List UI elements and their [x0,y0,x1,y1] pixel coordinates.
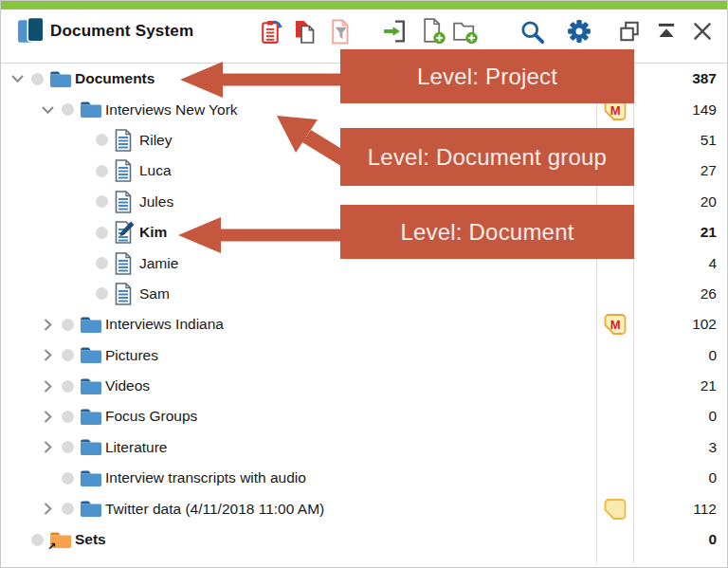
memo-dot-icon[interactable] [62,349,74,361]
doc-icon [114,191,137,213]
chevron-down-icon[interactable] [10,73,31,84]
folder-icon [80,408,103,426]
svg-text:M: M [610,102,621,117]
tree-row[interactable]: Pictures0 [1,340,727,371]
chevron-down-icon[interactable] [41,104,62,116]
doc-icon [114,283,137,305]
memo-dot-icon[interactable] [62,411,74,423]
memo-dot-icon[interactable] [62,319,74,331]
copy-documents-icon[interactable] [292,17,318,46]
coded-segments-count: 3 [650,439,717,456]
folder-icon [80,316,103,334]
memo-dot-icon[interactable] [96,195,108,208]
memo-dot-icon[interactable] [96,227,108,239]
search-icon[interactable] [519,17,545,46]
row-label: Focus Groups [103,408,197,425]
tree-row[interactable]: Sam26 [1,279,727,309]
tree-row[interactable]: Interview transcripts with audio0 [1,463,727,493]
folder-icon [80,469,103,487]
coded-segments-count: 21 [650,377,717,394]
coded-segments-count: 20 [650,193,717,211]
new-document-group-icon[interactable] [452,17,479,46]
row-label: Documents [73,70,155,87]
row-label: Sets [73,531,106,548]
import-documents-icon[interactable] [381,17,408,46]
close-icon[interactable] [689,17,716,46]
folder-icon [80,101,103,119]
shortcut-arrow-icon: ↗ [47,541,56,552]
folder-icon [80,500,103,518]
coded-segments-count: 112 [650,501,717,518]
row-label: Twitter data (4/11/2018 11:00 AM) [103,501,324,518]
folder-icon [49,70,73,88]
memo-dot-icon[interactable] [62,103,74,116]
memo-dot-icon[interactable] [96,165,108,177]
settings-gear-icon[interactable] [566,17,592,46]
memo-dot-icon[interactable] [31,534,44,546]
coded-segments-count: 21 [650,224,717,241]
row-label: Kim [137,224,167,241]
row-label: Literature [103,439,167,456]
callout-level-project: Level: Project [340,49,634,103]
callout-level-document: Level: Document [340,205,634,259]
coded-segments-count: 4 [650,255,717,272]
coded-segments-count: 387 [650,70,717,87]
folder-icon [80,346,103,364]
coded-segments-count: 51 [650,132,717,149]
coded-segments-count: 149 [650,101,717,119]
folder-icon [80,438,103,456]
new-document-icon[interactable] [420,17,446,46]
memo-dot-icon[interactable] [62,472,74,485]
memo-badge-icon[interactable] [604,499,627,520]
folder-icon [80,377,103,395]
tree-row[interactable]: Focus Groups0 [1,401,727,431]
document-system-panel: Document System [0,0,728,568]
coded-segments-count: 27 [650,162,717,179]
chevron-right-icon[interactable] [41,318,62,332]
tree-row[interactable]: Interviews IndianaM102 [1,309,727,339]
coded-segments-count: 0 [650,469,717,486]
row-label: Interviews Indiana [103,316,224,333]
panel-title: Document System [50,22,193,41]
undock-icon[interactable] [616,17,643,46]
memo-badge-m-icon[interactable]: M [604,314,627,335]
memo-dot-icon[interactable] [62,441,74,453]
filter-documents-icon[interactable] [327,17,354,46]
paste-clipboard-icon[interactable] [257,17,283,46]
memo-dot-icon[interactable] [96,257,108,269]
chevron-right-icon[interactable] [41,348,62,362]
document-system-icon [17,16,46,48]
callout-label: Level: Document [400,219,573,246]
memo-dot-icon[interactable] [62,380,74,393]
memo-dot-icon[interactable] [62,503,74,515]
active-panel-green-strip [1,1,727,9]
tree-row[interactable]: Videos21 [1,371,727,401]
coded-segments-count: 0 [650,347,717,364]
row-label: Luca [137,162,172,179]
doc-icon [114,252,137,275]
tree-row[interactable]: ↗Sets0 [1,524,727,555]
callout-label: Level: Document group [368,144,607,171]
doc-icon [114,129,137,152]
collapse-icon[interactable] [653,17,680,46]
tree-row[interactable]: Literature3 [1,432,727,463]
callout-label: Level: Project [417,64,557,90]
coded-segments-count: 0 [650,531,717,548]
tree-row[interactable]: Twitter data (4/11/2018 11:00 AM)112 [1,493,727,523]
row-label: Videos [103,377,150,394]
row-label: Pictures [103,347,158,364]
chevron-right-icon[interactable] [41,440,62,454]
row-label: Sam [137,285,170,302]
memo-dot-icon[interactable] [96,287,108,300]
doc-edit-icon [114,221,137,244]
chevron-right-icon[interactable] [41,379,62,394]
row-label: Jamie [137,255,178,272]
chevron-right-icon[interactable] [41,502,62,516]
memo-dot-icon[interactable] [96,134,108,146]
memo-dot-icon[interactable] [31,73,44,85]
doc-icon [114,159,137,182]
svg-text:M: M [610,318,621,332]
coded-segments-count: 0 [650,408,717,425]
callout-level-document-group: Level: Document group [340,128,634,186]
chevron-right-icon[interactable] [41,410,62,424]
